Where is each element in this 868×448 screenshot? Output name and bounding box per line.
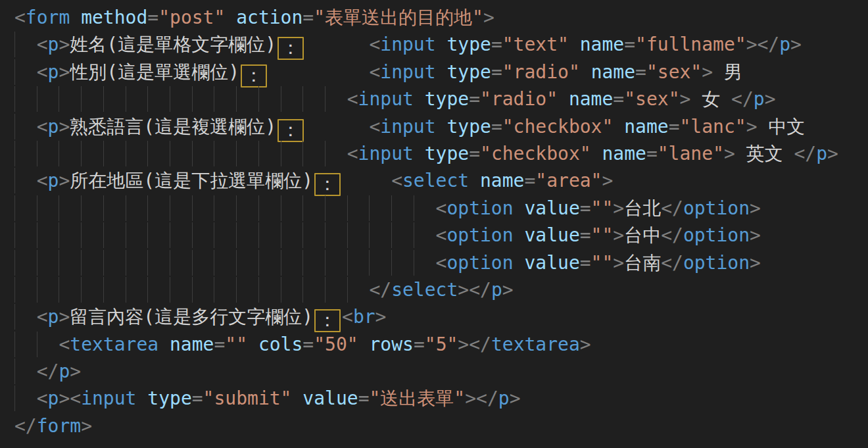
indent-guide [414,222,414,248]
indent-guide [236,195,237,221]
code-line: <input type="checkbox" name="lane"> 英文 <… [14,140,868,167]
code-token: type [446,116,491,137]
code-token: p [816,143,827,164]
indent-guide [37,195,37,221]
code-token [414,88,425,110]
code-token: = [580,252,591,274]
indent-guide [325,141,326,166]
indent-guide [236,141,237,166]
indent-guide [14,359,15,384]
code-token: p [48,34,59,55]
code-token: textarea [70,334,158,355]
code-token: 台南 [624,252,661,274]
code-token: = [147,7,158,28]
indent-guide [14,386,15,411]
code-token: > [746,34,758,55]
code-token: > [458,279,469,301]
code-token: cols [258,334,302,355]
code-token: = [613,88,624,110]
indent-guide [14,250,15,276]
indent-guide [37,250,37,276]
code-segment: <input type="text" name="fullname"></p> [369,31,802,58]
indent-guide [126,277,126,303]
code-token: 台北 [624,197,661,219]
code-token: "50" [314,334,358,355]
code-segment: <select name="area"> [391,167,613,194]
indent-guide [147,277,148,303]
code-token: > [750,224,761,246]
code-token: "fullname" [635,34,746,55]
code-token: > [580,334,591,355]
code-token [514,197,525,219]
code-line: </select></p> [14,276,868,303]
code-token [14,306,37,328]
indent-guide [170,277,170,303]
code-segment: <option value="">台南</option> [436,249,761,276]
code-segment: <option value="">台中</option> [436,222,761,249]
unicode-highlight-box: ： [314,173,341,196]
code-token: = [580,197,591,219]
indent-guide [281,222,281,248]
code-token: "" [591,197,614,219]
indent-guide [414,250,414,276]
code-token: < [347,143,358,164]
code-line: <option value="">台中</option> [14,222,868,249]
code-token: = [524,170,535,191]
indent-guide [236,86,237,112]
code-token: = [469,143,480,164]
indent-guide [281,141,281,166]
indent-guide [281,195,281,221]
code-token: < [369,116,380,137]
code-token: select [402,170,469,191]
indent-guide [258,250,259,276]
indent-guide [214,86,214,112]
indent-guide [126,141,126,166]
code-token: > [702,61,713,83]
code-token: value [524,224,579,246]
code-token: < [70,387,81,409]
code-token: < [37,387,48,409]
code-token: = [214,334,225,355]
code-token: type [425,143,469,164]
indent-guide [81,250,82,276]
code-token [291,387,302,409]
code-token: > [827,143,838,164]
unicode-highlight-box: ： [241,64,267,87]
code-token: type [446,34,491,55]
code-token: < [369,34,380,55]
indent-guide [37,141,37,166]
code-token [469,170,480,191]
indent-guide [236,250,237,276]
indent-guide [369,222,370,248]
code-token [14,61,37,83]
indent-guide [302,195,303,221]
code-token: name [170,334,214,355]
indent-guide [14,168,15,193]
indent-guide [192,86,193,112]
unicode-highlight-box: ： [277,119,304,142]
code-token: "5" [425,334,458,355]
code-token: </ [661,224,683,246]
code-token [247,334,258,355]
code-segment: <input type="checkbox" name="lane"> 英文 <… [347,140,838,167]
code-token: </ [469,334,491,355]
code-token: > [602,170,613,191]
code-token: </ [37,361,59,382]
code-line: <textarea name="" cols="50" rows="5"></t… [14,331,868,358]
indent-guide [81,86,82,112]
code-token: option [446,197,513,219]
code-token: "text" [502,34,569,55]
code-editor[interactable]: <form method="post" action="表單送出的目的地"> <… [0,0,868,448]
indent-guide [147,222,148,248]
code-token: > [613,224,624,246]
code-token: > [375,306,387,328]
code-token [14,170,37,191]
code-token: p [48,61,59,83]
code-token: "sex" [624,88,679,110]
indent-guide [14,32,15,57]
code-line: <input type="radio" name="sex"> 女 </p> [14,86,868,112]
code-segment: <input type="radio" name="sex"> 男 [369,59,742,86]
code-token: "送出表單" [369,387,465,409]
code-token: "submit" [203,387,292,409]
code-token: </ [369,279,391,301]
